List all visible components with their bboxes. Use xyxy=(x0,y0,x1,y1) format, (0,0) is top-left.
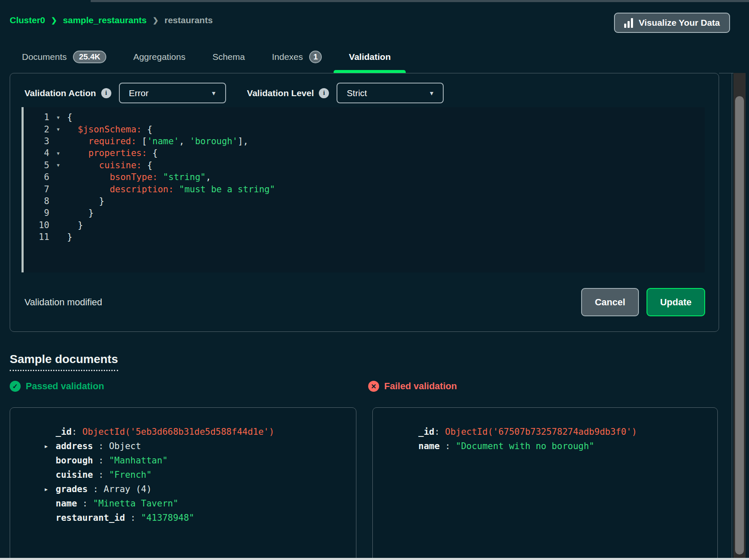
tab-indexes[interactable]: Indexes1 xyxy=(272,40,322,73)
update-button[interactable]: Update xyxy=(647,288,705,316)
code-text: required: ['name', 'borough'], xyxy=(67,136,248,146)
tab-label: Aggregations xyxy=(133,52,186,62)
failed-validation-label: ✕ Failed validation xyxy=(368,381,457,392)
field-separator: : xyxy=(93,455,109,466)
visualize-your-data-button[interactable]: Visualize Your Data xyxy=(614,13,730,33)
fold-triangle-icon[interactable]: ▾ xyxy=(49,126,67,132)
update-button-label: Update xyxy=(660,297,692,308)
field-value: Object xyxy=(109,441,141,451)
breadcrumb-item-Cluster0[interactable]: Cluster0 xyxy=(10,15,45,25)
code-text: } xyxy=(67,220,83,230)
tab-count-badge: 1 xyxy=(309,51,322,63)
code-line: 11} xyxy=(22,231,705,243)
document-field-row: cuisine : "French" xyxy=(45,468,348,482)
document-field-row: ▸address : Object xyxy=(45,439,348,453)
validation-level-select[interactable]: Strict ▼ xyxy=(337,83,444,103)
breadcrumb: Cluster0❯sample_restaurants❯restaurants xyxy=(10,15,213,25)
code-text: { xyxy=(67,112,73,122)
tab-label: Indexes xyxy=(272,52,303,62)
sample-documents-heading: Sample documents xyxy=(10,353,118,371)
code-text: cuisine: { xyxy=(67,160,152,170)
failed-document-card: _id: ObjectId('67507b732578274adb9db3f0'… xyxy=(372,407,718,560)
field-value: "Manhattan" xyxy=(109,455,167,466)
expand-caret-icon[interactable]: ▸ xyxy=(45,443,56,450)
editor-lines: 1▾{2▾ $jsonSchema: {3 required: ['name',… xyxy=(22,111,705,243)
top-strip xyxy=(91,0,749,2)
check-circle-icon: ✓ xyxy=(10,381,21,392)
tab-validation[interactable]: Validation xyxy=(349,40,391,73)
field-name: _id xyxy=(418,427,434,437)
info-icon[interactable]: i xyxy=(319,88,329,98)
field-name: restaurant_id xyxy=(56,513,125,523)
vertical-scrollbar-thumb[interactable] xyxy=(735,96,744,555)
document-field-row: restaurant_id : "41378948" xyxy=(45,511,348,525)
code-line: 3 required: ['name', 'borough'], xyxy=(22,135,705,147)
field-name: name xyxy=(56,498,77,509)
code-text: } xyxy=(67,232,73,242)
tab-schema[interactable]: Schema xyxy=(213,40,245,73)
tab-label: Schema xyxy=(213,52,245,62)
fold-triangle-icon[interactable]: ▾ xyxy=(49,150,67,156)
scrollbar-gutter-border xyxy=(732,73,732,560)
code-text: } xyxy=(67,196,105,206)
field-name: name xyxy=(418,441,440,451)
field-separator: : xyxy=(72,427,82,437)
validation-action-value: Error xyxy=(129,88,149,98)
chevron-down-icon: ▼ xyxy=(428,90,434,97)
field-separator: : xyxy=(440,441,456,451)
validation-modified-status: Validation modified xyxy=(24,297,102,308)
code-line: 4▾ properties: { xyxy=(22,147,705,159)
visualize-your-data-label: Visualize Your Data xyxy=(639,18,720,28)
code-line: 7 description: "must be a string" xyxy=(22,183,705,195)
field-value: "41378948" xyxy=(141,513,194,523)
validation-action-select[interactable]: Error ▼ xyxy=(119,83,226,103)
line-number: 10 xyxy=(22,220,49,230)
validation-rule-editor[interactable]: 1▾{2▾ $jsonSchema: {3 required: ['name',… xyxy=(22,107,705,272)
tab-label: Documents xyxy=(22,52,67,62)
fold-triangle-icon[interactable]: ▾ xyxy=(49,162,67,168)
cancel-button[interactable]: Cancel xyxy=(581,288,639,316)
bar-chart-icon xyxy=(624,18,633,28)
line-number: 11 xyxy=(22,232,49,242)
field-value: "Minetta Tavern" xyxy=(93,498,178,509)
field-value: ObjectId('5eb3d668b31de5d588f44d1e') xyxy=(82,427,274,437)
line-number: 6 xyxy=(22,172,49,182)
bottom-edge-strip xyxy=(0,558,749,560)
field-name: borough xyxy=(56,455,93,466)
document-field-row: name : "Minetta Tavern" xyxy=(45,496,348,511)
line-number: 3 xyxy=(22,136,49,146)
expand-caret-icon[interactable]: ▸ xyxy=(45,486,56,493)
line-number: 9 xyxy=(22,208,49,218)
field-value: Array (4) xyxy=(104,484,152,494)
chevron-right-icon: ❯ xyxy=(153,16,159,25)
tab-documents[interactable]: Documents25.4K xyxy=(22,40,106,73)
code-line: 2▾ $jsonSchema: { xyxy=(22,123,705,135)
x-circle-icon: ✕ xyxy=(368,381,379,392)
field-name: _id xyxy=(56,427,72,437)
failed-validation-text: Failed validation xyxy=(384,381,457,392)
line-number: 4 xyxy=(22,148,49,158)
validation-controls: Validation Action i Error ▼ Validation L… xyxy=(24,83,444,103)
document-field-row: name : "Document with no borough" xyxy=(407,439,709,453)
code-text: } xyxy=(67,208,94,218)
passed-document-card: _id: ObjectId('5eb3d668b31de5d588f44d1e'… xyxy=(10,407,356,560)
info-icon[interactable]: i xyxy=(101,88,111,98)
tab-aggregations[interactable]: Aggregations xyxy=(133,40,186,73)
chevron-down-icon: ▼ xyxy=(211,90,217,97)
validation-level-value: Strict xyxy=(347,88,367,98)
code-text: description: "must be a string" xyxy=(67,184,275,194)
cancel-button-label: Cancel xyxy=(595,297,625,308)
line-number: 1 xyxy=(22,112,49,122)
validation-panel-footer: Validation modified Cancel Update xyxy=(24,288,705,316)
field-name: grades xyxy=(56,484,88,494)
tab-count-badge: 25.4K xyxy=(73,51,106,63)
code-line: 10 } xyxy=(22,219,705,231)
line-number: 7 xyxy=(22,184,49,194)
field-name: address xyxy=(56,441,93,451)
field-separator: : xyxy=(125,513,141,523)
field-separator: : xyxy=(88,484,104,494)
breadcrumb-item-sample_restaurants[interactable]: sample_restaurants xyxy=(63,15,146,25)
editor-gutter-accent xyxy=(22,107,24,272)
field-separator: : xyxy=(77,498,93,509)
fold-triangle-icon[interactable]: ▾ xyxy=(49,114,67,121)
